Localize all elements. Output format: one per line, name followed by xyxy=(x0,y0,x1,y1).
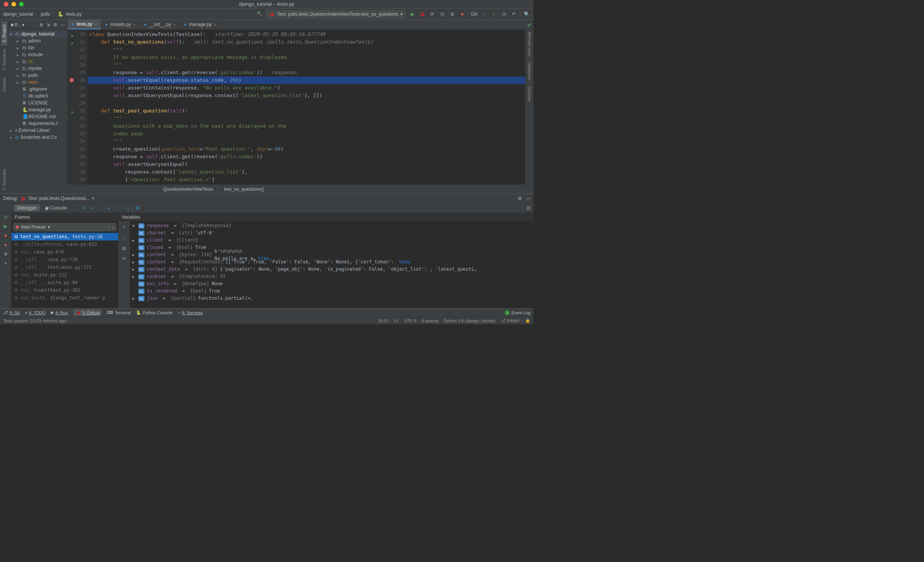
evaluate-expression-icon[interactable]: ⊞ xyxy=(136,205,139,211)
git-update-button[interactable]: ✓ xyxy=(480,10,488,18)
stack-frame[interactable]: ⧉run, case.py:676 xyxy=(11,248,118,256)
inspection-ok-icon[interactable]: ✔ xyxy=(527,21,532,29)
breadcrumb-file[interactable]: tests.py xyxy=(66,11,81,17)
select-opened-file-icon[interactable]: ⊕ xyxy=(39,22,43,28)
editor-tab[interactable]: ●models.py× xyxy=(101,19,140,29)
maximize-window-button[interactable] xyxy=(19,2,24,6)
minimize-window-button[interactable] xyxy=(11,2,16,6)
variable-row[interactable]: ▶01 client = {Client} xyxy=(132,237,531,244)
tree-root[interactable]: django_tutorial xyxy=(21,31,55,37)
favorites-tool-tab[interactable]: 2: Favorites xyxy=(1,166,7,193)
sciview-tab[interactable]: SciView xyxy=(527,83,533,104)
step-out-icon[interactable]: ↑ xyxy=(114,205,121,211)
tree-item[interactable]: LICENSE xyxy=(28,100,48,106)
tree-item[interactable]: .gitignore xyxy=(28,86,47,92)
event-log-tab[interactable]: 1 Event Log xyxy=(504,310,530,315)
stack-frame[interactable]: ⧉test_no_questions, tests.py:26 xyxy=(11,233,118,240)
search-icon[interactable]: 🔍 xyxy=(523,10,530,18)
gear-icon[interactable]: ⚙ xyxy=(518,196,522,201)
remove-watch-icon[interactable]: － xyxy=(122,235,126,241)
code-editor[interactable]: class QuestionIndexViewTests(TestCase): … xyxy=(88,30,525,184)
step-over-icon[interactable]: ⤻ xyxy=(89,205,96,211)
breadcrumb-project[interactable]: django_tutorial xyxy=(3,11,33,17)
tree-item[interactable]: README.md xyxy=(28,114,55,119)
debugger-tab[interactable]: Debugger xyxy=(14,205,40,211)
git-rollback-button[interactable]: ↶ xyxy=(510,10,518,18)
close-window-button[interactable] xyxy=(4,2,8,6)
tree-item[interactable]: manage.py xyxy=(28,107,51,112)
python-console-tab[interactable]: 🐍 Python Console xyxy=(136,310,173,315)
gear-icon[interactable]: ⚙ xyxy=(53,22,57,28)
close-tab-icon[interactable]: × xyxy=(214,22,216,27)
close-tab-icon[interactable]: × xyxy=(95,22,97,26)
variable-row[interactable]: 01 closed = {bool} True xyxy=(132,244,531,251)
project-tool-tab[interactable]: 1: Project xyxy=(1,21,7,45)
show-execution-point-icon[interactable]: ≡ xyxy=(80,205,87,211)
tree-item[interactable]: admin xyxy=(28,38,41,44)
link-icon[interactable]: ∞ xyxy=(122,256,126,261)
git-tool-tab[interactable]: ⎇ 9: Git xyxy=(3,310,19,315)
tree-item[interactable]: requirements.t xyxy=(28,121,58,126)
build-icon[interactable]: 🔨 xyxy=(256,10,263,18)
hide-icon[interactable]: — xyxy=(60,22,65,28)
external-libraries[interactable]: External Librari xyxy=(19,128,50,133)
variable-row[interactable]: 01 exc_info = {NoneType} None xyxy=(132,280,531,287)
variable-row[interactable]: ▼01 response = {TemplateResponse} xyxy=(132,222,531,229)
git-branch[interactable]: ⎇ master xyxy=(501,318,520,323)
stack-frame[interactable]: ⧉__call__, testcases.py:271 xyxy=(11,263,118,271)
tree-item[interactable]: db.sqlite3 xyxy=(28,93,48,99)
run-configuration-select[interactable]: 🐞 Test: polls.tests.QuestionIndexViewTes… xyxy=(266,10,406,18)
tree-item[interactable]: mysite xyxy=(28,66,42,71)
editor-tab[interactable]: ●manage.py× xyxy=(180,19,220,29)
close-tab-icon[interactable]: × xyxy=(173,22,176,27)
debug-button[interactable]: 🐞 xyxy=(418,10,426,18)
git-history-button[interactable]: ◷ xyxy=(500,10,508,18)
line-ending[interactable]: LF xyxy=(394,318,399,323)
variable-row[interactable]: ▶01 cookies = {SimpleCookie: 0} xyxy=(132,273,531,280)
view-link[interactable]: View xyxy=(399,259,410,265)
step-into-my-code-icon[interactable]: ⇣ xyxy=(105,205,112,211)
structure-tool-tab[interactable]: 7: Structure xyxy=(1,46,7,74)
prev-frame-icon[interactable]: ↑ xyxy=(108,224,110,230)
readonly-lock-icon[interactable]: 🔒 xyxy=(525,318,530,323)
stop-icon[interactable]: ■ xyxy=(4,233,7,238)
tree-item[interactable]: venv xyxy=(28,80,38,85)
database-tab[interactable]: Database xyxy=(527,59,533,83)
concurrency-button[interactable]: ⧉ xyxy=(448,10,456,18)
run-button[interactable]: ▶ xyxy=(409,10,416,18)
stop-button[interactable]: ■ xyxy=(458,10,466,18)
stack-frame[interactable]: ⧉run_suite, django_test_runner.p xyxy=(11,294,118,302)
editor-tab[interactable]: ●tests.py× xyxy=(68,19,101,29)
breakpoint-icon[interactable] xyxy=(70,78,74,82)
stack-frame[interactable]: ⧉__call__, suite.py:84 xyxy=(11,279,118,286)
stack-frame[interactable]: ⧉__call__, case.py:736 xyxy=(11,256,118,263)
hide-panel-icon[interactable]: — xyxy=(526,196,530,201)
close-icon[interactable]: × xyxy=(92,196,94,201)
tree-item[interactable]: bin xyxy=(28,45,34,50)
mute-icon[interactable]: ⊘ xyxy=(4,251,8,257)
variable-row[interactable]: ▶01 context_data = {dict: 6} {'paginator… xyxy=(132,266,531,273)
stack-frame[interactable]: ⧉_callTestMethod, case.py:633 xyxy=(11,240,118,248)
git-commit-button[interactable]: ✓ xyxy=(490,10,498,18)
variable-row[interactable]: 01 is_rendered = {bool} True xyxy=(132,287,531,295)
next-frame-icon[interactable]: ↓ xyxy=(112,224,114,230)
coverage-button[interactable]: ⟳ xyxy=(428,10,436,18)
bc-method[interactable]: test_no_questions() xyxy=(224,187,264,192)
debug-config-name[interactable]: Test: polls.tests.QuestionInd... xyxy=(28,196,89,201)
tree-item[interactable]: include xyxy=(28,52,43,57)
variable-row[interactable]: ▶01 json = {partial} functools.partial(>… xyxy=(132,295,531,302)
editor-gutter[interactable]: ▶20▶212223242526272829▶30313233343536373… xyxy=(68,30,88,184)
interpreter-info[interactable]: Python 3.8 (django_tutorial) xyxy=(444,318,495,323)
thread-selector[interactable]: MainThread ▾ ↑ ↓ xyxy=(13,223,117,231)
remote-host-tab[interactable]: Remote Host xyxy=(527,29,533,59)
stack-frame[interactable]: ⧉run, suite.py:122 xyxy=(11,271,118,279)
resume-icon[interactable]: ▶ xyxy=(4,224,7,229)
variables-tree[interactable]: ▼01 response = {TemplateResponse} 01 cha… xyxy=(130,221,533,308)
stack-frame[interactable]: ⧉run, tcunittest.py:262 xyxy=(11,286,118,294)
project-view-label[interactable]: ■ P... ▾ xyxy=(11,22,24,28)
scratches[interactable]: Scratches and Co xyxy=(20,135,57,140)
run-tool-tab[interactable]: ▶ 4: Run xyxy=(51,310,68,315)
variable-row[interactable]: ▶01 content = {bytes: 110} b'\n\n\n\n No… xyxy=(132,251,531,258)
breadcrumb-folder[interactable]: polls xyxy=(41,11,50,17)
caret-position[interactable]: 26:52 xyxy=(378,318,389,323)
